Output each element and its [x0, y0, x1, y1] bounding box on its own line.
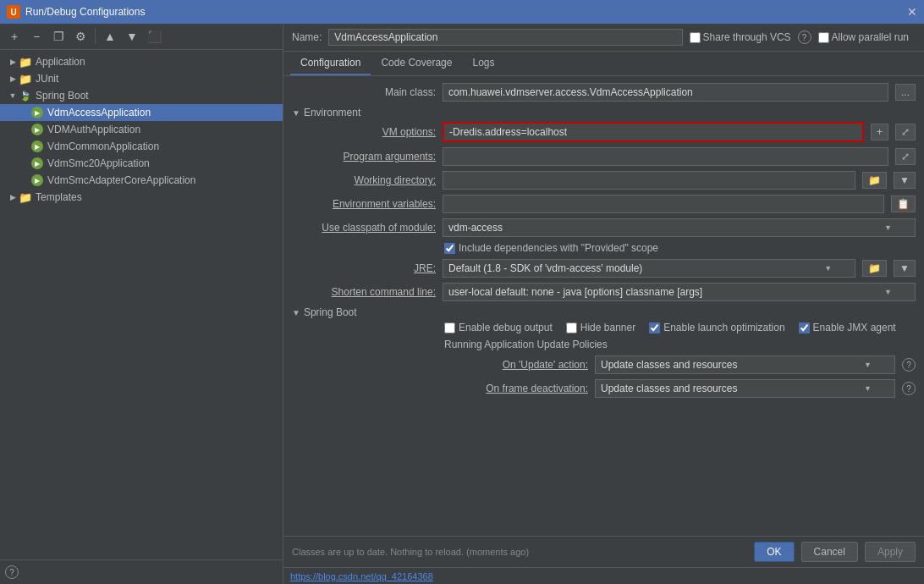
working-dir-dropdown-button[interactable]: ▼ [894, 172, 916, 189]
include-deps-label[interactable]: Include dependencies with "Provided" sco… [444, 242, 658, 254]
program-args-expand-button[interactable]: ⤢ [895, 148, 916, 165]
tab-configuration[interactable]: Configuration [290, 52, 371, 75]
tree-item-application[interactable]: ▶ 📁 Application [0, 53, 283, 70]
share-vcs-text: Share through VCS [703, 31, 791, 43]
close-icon[interactable]: ✕ [907, 5, 917, 19]
environment-arrow[interactable]: ▼ [292, 108, 300, 118]
enable-debug-label[interactable]: Enable debug output [444, 322, 553, 333]
tree-label-junit: JUnit [36, 73, 58, 85]
vm-options-add-button[interactable]: + [871, 124, 888, 140]
enable-jmx-text: Enable JMX agent [813, 322, 896, 333]
tree-label-vdmsmcadapter: VdmSmcAdapterCoreApplication [47, 174, 195, 186]
status-text: Classes are up to date. Nothing to reloa… [292, 547, 747, 557]
other-button[interactable]: ⬛ [145, 27, 163, 46]
settings-button[interactable]: ⚙ [71, 27, 90, 46]
tab-logs[interactable]: Logs [462, 52, 504, 75]
working-dir-folder-button[interactable]: 📁 [862, 172, 887, 189]
app-node-icon-vdmcommon: ▶ [30, 140, 44, 153]
working-dir-label: Working directory: [292, 174, 436, 186]
program-args-input[interactable] [443, 147, 888, 166]
copy-button[interactable]: ❐ [49, 27, 68, 46]
ok-button[interactable]: OK [754, 542, 794, 562]
help-button[interactable]: ? [5, 565, 19, 579]
jre-dropdown-button[interactable]: ▼ [894, 260, 916, 277]
run-debug-dialog: U Run/Debug Configurations ✕ + − ❐ ⚙ ▲ ▼… [0, 0, 924, 584]
title-bar: U Run/Debug Configurations ✕ [0, 0, 924, 24]
title-bar-left: U Run/Debug Configurations [7, 5, 145, 19]
share-row: Share through VCS ? Allow parallel run [690, 30, 916, 44]
right-panel: Name: Share through VCS ? Allow parallel… [283, 24, 924, 584]
on-frame-select[interactable]: Update classes and resources [595, 379, 895, 398]
enable-launch-checkbox[interactable] [649, 322, 660, 333]
tree-label-vdmcommon: VdmCommonApplication [47, 140, 159, 152]
shorten-cmd-select[interactable]: user-local default: none - java [options… [443, 283, 916, 301]
cancel-button[interactable]: Cancel [801, 542, 858, 562]
hide-banner-label[interactable]: Hide banner [566, 322, 635, 333]
tree-label-vdmauth: VDMAuthApplication [47, 124, 140, 135]
add-button[interactable]: + [5, 27, 24, 46]
spring-icon: 🍃 [19, 89, 32, 102]
share-help-icon[interactable]: ? [798, 30, 811, 44]
tree-item-junit[interactable]: ▶ 📁 JUnit [0, 70, 283, 87]
bottom-link[interactable]: https://blog.csdn.net/qq_42164368 [290, 571, 433, 581]
main-class-row: Main class: ... [292, 83, 916, 102]
allow-parallel-checkbox[interactable] [818, 32, 829, 43]
tab-code-coverage[interactable]: Code Coverage [371, 52, 462, 75]
on-update-help-icon[interactable]: ? [902, 358, 916, 372]
working-dir-input[interactable] [443, 171, 855, 190]
tree-item-springboot[interactable]: ▼ 🍃 Spring Boot [0, 87, 283, 104]
enable-jmx-label[interactable]: Enable JMX agent [799, 322, 896, 333]
tree-label-springboot: Spring Boot [36, 90, 89, 102]
tree-item-vdmsmc20[interactable]: ▶ VdmSmc20Application [0, 155, 283, 172]
environment-section-header: ▼ Environment [292, 107, 916, 118]
jre-select[interactable]: Default (1.8 - SDK of 'vdm-access' modul… [443, 259, 855, 278]
shorten-cmd-select-wrapper: user-local default: none - java [options… [443, 283, 916, 301]
enable-launch-label[interactable]: Enable launch optimization [649, 322, 784, 333]
up-button[interactable]: ▲ [101, 27, 119, 46]
allow-parallel-text: Allow parallel run [832, 31, 909, 43]
arrow-vdmaccess [19, 107, 30, 118]
arrow-application: ▶ [7, 56, 19, 68]
config-panel: Main class: ... ▼ Environment VM options… [283, 76, 924, 536]
arrow-vdmsmcadapter [19, 174, 30, 186]
share-vcs-label[interactable]: Share through VCS [690, 31, 791, 43]
enable-jmx-checkbox[interactable] [799, 322, 810, 333]
main-class-input[interactable] [443, 83, 888, 102]
apply-button[interactable]: Apply [865, 542, 916, 562]
environment-label: Environment [304, 107, 360, 118]
tabs-bar: Configuration Code Coverage Logs [283, 52, 924, 76]
tree-item-vdmaccess[interactable]: ▶ VdmAccessApplication [0, 104, 283, 121]
classpath-select-wrapper: vdm-access [443, 218, 916, 237]
main-class-browse-button[interactable]: ... [895, 84, 916, 101]
classpath-select[interactable]: vdm-access [443, 218, 916, 237]
on-frame-help-icon[interactable]: ? [902, 382, 916, 395]
vm-options-expand-button[interactable]: ⤢ [895, 124, 916, 140]
tree-item-templates[interactable]: ▶ 📁 Templates [0, 189, 283, 206]
tree-item-vdmauth[interactable]: ▶ VDMAuthApplication [0, 121, 283, 138]
tree-item-vdmcommon[interactable]: ▶ VdmCommonApplication [0, 138, 283, 155]
program-args-label: Program arguments: [292, 151, 436, 163]
springboot-arrow[interactable]: ▼ [292, 308, 300, 317]
jre-folder-button[interactable]: 📁 [862, 260, 887, 277]
arrow-templates: ▶ [7, 191, 19, 203]
share-vcs-checkbox[interactable] [690, 32, 701, 43]
enable-launch-text: Enable launch optimization [663, 322, 784, 333]
include-deps-checkbox[interactable] [444, 243, 455, 254]
jre-select-wrapper: Default (1.8 - SDK of 'vdm-access' modul… [443, 259, 855, 278]
hide-banner-checkbox[interactable] [566, 322, 577, 333]
enable-debug-checkbox[interactable] [444, 322, 455, 333]
remove-button[interactable]: − [27, 27, 46, 46]
on-update-select[interactable]: Update classes and resources [595, 355, 895, 374]
main-content: + − ❐ ⚙ ▲ ▼ ⬛ ▶ 📁 Application [0, 24, 924, 584]
env-vars-edit-button[interactable]: 📋 [891, 196, 916, 212]
name-input[interactable] [328, 29, 682, 46]
tree-label-vdmaccess: VdmAccessApplication [47, 107, 151, 118]
tree-item-vdmsmcadapter[interactable]: ▶ VdmSmcAdapterCoreApplication [0, 172, 283, 189]
allow-parallel-label[interactable]: Allow parallel run [818, 31, 909, 43]
vm-options-row: VM options: + ⤢ [292, 122, 916, 142]
env-vars-input[interactable] [443, 195, 884, 213]
vm-options-input[interactable] [443, 122, 864, 142]
app-node-icon-vdmsmc20: ▶ [30, 157, 44, 170]
down-button[interactable]: ▼ [123, 27, 141, 46]
program-args-row: Program arguments: ⤢ [292, 147, 916, 166]
